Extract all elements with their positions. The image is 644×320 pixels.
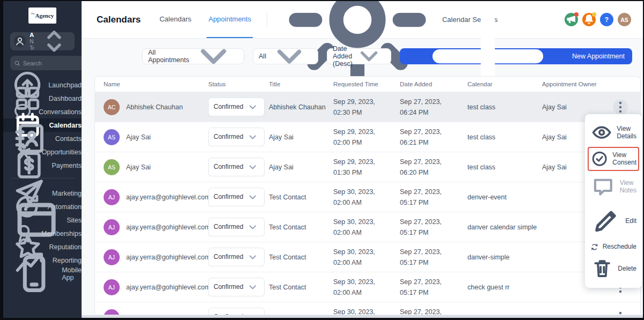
kebab-icon [613, 310, 628, 316]
menu-item-view-consent[interactable]: View Consent [588, 147, 639, 170]
tab-divider [267, 13, 267, 27]
account-switcher[interactable]: AJB NZB, Tel [10, 32, 75, 50]
date-added: Sep 27, 2023, 05:17 PM [400, 307, 467, 316]
sidebar-nav-primary: Launchpad Dashboard Conversations Calend… [3, 78, 82, 172]
new-appointment-button[interactable]: New Appointment [400, 48, 632, 64]
row-actions-button[interactable] [613, 310, 628, 316]
chevron-down-icon [246, 161, 259, 174]
table-row[interactable]: AJ ajay.yerra@gohighlevel.com Confirmed … [95, 212, 640, 242]
agency-logo: TheAgency [28, 8, 56, 24]
column-header-requested-time: Requested Time [333, 81, 400, 87]
appointment-title: Ajay Sai [269, 133, 333, 141]
sidebar-item-label: Opportunities [42, 148, 82, 156]
table-row[interactable]: AJ ajay.yerra@gohighlevel.com Confirmed … [95, 302, 640, 315]
column-header-name: Name [95, 81, 208, 87]
status-dropdown[interactable]: Confirmed [208, 158, 265, 177]
table-row[interactable]: AS Ajay Sai Confirmed Ajay Sai Sep 29, 2… [95, 122, 640, 152]
appointments-table: Name Status Title Requested Time Date Ad… [94, 76, 641, 315]
status-dropdown[interactable]: Confirmed [208, 128, 265, 147]
date-added: Sep 27, 2023, 05:17 PM [400, 277, 467, 298]
requested-time: Sep 30, 2023, 02:00 AM [333, 247, 400, 268]
column-header-date-added: Date Added [400, 81, 467, 87]
status-filter-select[interactable]: All [253, 48, 318, 64]
sidebar-item-label: Memberships [41, 230, 82, 237]
menu-item-view-notes[interactable]: View Notes [588, 172, 639, 203]
contact-name: ajay.yerra@gohighlevel.com [126, 224, 208, 231]
avatar: AJ [104, 219, 120, 235]
requested-time: Sep 30, 2023, 02:00 AM [333, 187, 400, 208]
table-row[interactable]: AJ ajay.yerra@gohighlevel.com Confirmed … [95, 242, 640, 272]
eye-icon [590, 121, 613, 144]
table-row[interactable]: AJ ajay.yerra@gohighlevel.com Confirmed … [95, 272, 640, 302]
status-dropdown[interactable]: Confirmed [208, 248, 265, 267]
avatar: AS [104, 129, 120, 145]
help-button[interactable]: ? [600, 13, 613, 26]
menu-item-delete[interactable]: Delete [588, 254, 639, 283]
status-dropdown[interactable]: Confirmed [208, 308, 265, 315]
contact-name: ajay.yerra@gohighlevel.com [126, 284, 208, 291]
calendar-name: denver-event [467, 194, 542, 201]
sidebar-search[interactable]: ⌘ K [10, 56, 82, 70]
sidebar-nav-secondary: Marketing Automation Sites Memberships R… [3, 187, 82, 280]
appointment-title: Test Contact [269, 284, 333, 291]
date-added: Sep 27, 2023, 05:17 PM [400, 187, 467, 208]
chevron-down-icon [246, 101, 259, 114]
account-name: AJB [30, 32, 34, 38]
chevron-down-icon [246, 311, 259, 315]
chevron-down-icon [246, 131, 259, 144]
chevron-down-icon [246, 251, 259, 264]
table-body: AC Abhishek Chauhan Confirmed Abhishek C… [95, 92, 640, 315]
sidebar-item-label: Sites [67, 217, 82, 224]
requested-time: Sep 29, 2023, 02:00 PM [333, 126, 400, 148]
status-dropdown[interactable]: Confirmed [208, 278, 265, 297]
status-dropdown[interactable]: Confirmed [208, 188, 265, 207]
status-dropdown[interactable]: Confirmed [208, 98, 265, 117]
page-title: Calendars [97, 14, 141, 25]
user-avatar[interactable]: AS [618, 13, 631, 26]
row-actions-button[interactable] [613, 100, 628, 115]
logo-text: Agency [35, 12, 54, 19]
sidebar-item-mobile-app[interactable]: Mobile App [3, 267, 82, 280]
chevron-down-icon [246, 191, 259, 204]
contact-name: Ajay Sai [126, 133, 151, 141]
column-header-appointment-owner: Appointment Owner [542, 81, 604, 87]
menu-item-reschedule[interactable]: Reschedule [588, 240, 639, 254]
reschedule-icon [590, 243, 599, 251]
contact-name: Abhishek Chauhan [126, 103, 183, 111]
sort-select[interactable]: Date Added (Desc) [327, 48, 391, 64]
menu-item-label: Edit [625, 217, 636, 225]
menu-item-label: Delete [618, 265, 636, 272]
chevron-up-down-icon [38, 25, 71, 58]
status-dropdown[interactable]: Confirmed [208, 218, 265, 237]
sidebar-item-payments[interactable]: Payments [3, 159, 82, 172]
date-added: Sep 27, 2023, 06:24 PM [400, 96, 467, 118]
avatar: AJ [104, 309, 120, 316]
delete-icon [590, 257, 614, 280]
account-user-icon [14, 35, 26, 47]
table-row[interactable]: AC Abhishek Chauhan Confirmed Abhishek C… [95, 92, 640, 122]
table-row[interactable]: AS Ajay Sai Confirmed Ajay Sai Sep 29, 2… [95, 152, 640, 182]
appointment-title: Abhishek Chauhan [269, 103, 333, 111]
requested-time: Sep 29, 2023, 02:30 PM [333, 96, 400, 118]
menu-item-label: Reschedule [603, 243, 636, 250]
search-input[interactable] [23, 60, 82, 66]
table-row[interactable]: AJ ajay.yerra@gohighlevel.com Confirmed … [95, 182, 640, 212]
notifications-button[interactable] [582, 13, 596, 26]
question-mark-icon: ? [605, 16, 609, 24]
mobile-app-icon [12, 252, 56, 295]
announcement-badge [574, 12, 579, 17]
notification-badge [592, 12, 596, 17]
appointments-filter-select[interactable]: All Appointments [142, 48, 244, 64]
tab-calendars[interactable]: Calendars [158, 1, 193, 38]
sidebar-item-label: Payments [52, 162, 82, 169]
edit-icon [590, 205, 621, 236]
menu-item-edit[interactable]: Edit [588, 203, 639, 239]
menu-item-label: View Consent [612, 151, 636, 166]
date-added: Sep 27, 2023, 05:17 PM [400, 247, 467, 268]
avatar: AS [104, 159, 120, 175]
menu-item-view-details[interactable]: View Details [588, 118, 639, 146]
date-added: Sep 27, 2023, 05:17 PM [400, 217, 467, 238]
calendar-name: test class [467, 133, 542, 141]
calendar-name: test class [467, 163, 542, 171]
appointment-title: Test Contact [269, 194, 333, 201]
